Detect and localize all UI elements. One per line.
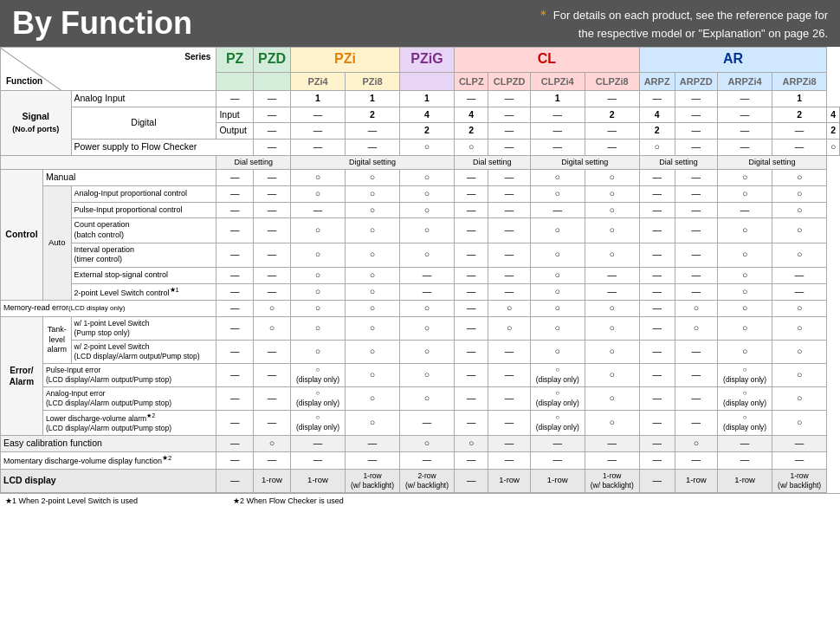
- manual-digital-setting: Digital setting: [290, 155, 454, 170]
- io-arpz: —: [639, 243, 675, 267]
- m-clpz: —: [455, 170, 488, 186]
- ps-pzi4: —: [346, 139, 400, 155]
- tank-level-label: Tank-levelalarm: [42, 316, 71, 363]
- do-arpz: —: [675, 123, 718, 140]
- ec-arpz: —: [639, 436, 675, 452]
- tank-2pt-label: w/ 2-point Level Switch(LCD display/Alar…: [71, 340, 216, 363]
- t1-arpz: —: [639, 316, 675, 340]
- io-clpzd: —: [488, 243, 530, 267]
- ec-arpzi8: —: [772, 436, 827, 452]
- pe-pz: —: [216, 364, 254, 387]
- tp-pzi8: ○: [346, 283, 400, 301]
- me-clpzi8: ○: [585, 301, 639, 317]
- ae-clpz: —: [455, 387, 488, 411]
- tp-pz: —: [216, 283, 254, 301]
- me-arpzd: ○: [675, 301, 718, 317]
- ld-clpz: —: [455, 411, 488, 436]
- ai-arpzi4: —: [718, 91, 772, 107]
- t2-pzig: ○: [400, 340, 455, 363]
- me-pzi4: ○: [290, 301, 345, 317]
- ap-clpzd: —: [488, 185, 530, 202]
- pulse-prop-label: Pulse-Input proportional control: [71, 202, 216, 218]
- ld-arpz: —: [639, 411, 675, 436]
- ae-pz: —: [216, 387, 254, 411]
- do-clpzi4: —: [585, 123, 639, 140]
- control-label: [1, 155, 216, 170]
- output-label: Output: [216, 123, 254, 140]
- lcd-clpzi8: 1-row(w/ backlight): [585, 469, 639, 492]
- auto-label: Auto: [42, 185, 71, 300]
- ld-pzi8: ○: [346, 411, 400, 436]
- do-clpzi8: 2: [639, 123, 675, 140]
- do-clpz: —: [488, 123, 530, 140]
- do-pz: —: [253, 123, 290, 140]
- signal-label: Signal(No.of ports): [1, 91, 72, 156]
- pe-clpz: —: [455, 364, 488, 387]
- series-row: Series Function PZ PZD PZi PZiG CL AR: [1, 48, 840, 73]
- input-label: Input: [216, 107, 254, 123]
- digital-label: Digital: [71, 107, 216, 139]
- ps-clpzi4: —: [585, 139, 639, 155]
- t2-clpzi8: ○: [585, 340, 639, 363]
- lcd-pzi4: 1-row: [290, 469, 345, 492]
- pulse-error-row: Pulse-Input error(LCD display/Alarm outp…: [1, 364, 840, 387]
- md-arpzi8: —: [772, 451, 827, 469]
- col-pzi8: PZi8: [346, 72, 400, 90]
- di-arpzi4: 2: [772, 107, 827, 123]
- power-supply-label: Power supply to Flow Checker: [71, 139, 253, 155]
- t2-pzi4: ○: [290, 340, 345, 363]
- pp-clpzd: —: [488, 202, 530, 218]
- ps-pzd: —: [290, 139, 345, 155]
- do-pzi4: —: [346, 123, 400, 140]
- lcd-clpzi4: 1-row: [530, 469, 585, 492]
- ae-arpz: —: [639, 387, 675, 411]
- pe-pzd: —: [253, 364, 290, 387]
- m-pz: —: [216, 170, 254, 186]
- tp-arpz: —: [639, 283, 675, 301]
- tank-1pt-label: w/ 1-point Level Switch(Pump stop only): [71, 316, 216, 340]
- pp-arpz: —: [639, 202, 675, 218]
- t1-pzig: ○: [400, 316, 455, 340]
- ap-arpz: —: [639, 185, 675, 202]
- lcd-arpzi4: 1-row: [718, 469, 772, 492]
- co-pz: —: [216, 218, 254, 243]
- tp-pzig: —: [400, 283, 455, 301]
- tp-arpzi8: —: [772, 283, 827, 301]
- ap-clpz: —: [455, 185, 488, 202]
- ai-pzig: 1: [400, 91, 455, 107]
- di-arpz: —: [675, 107, 718, 123]
- es-pz: —: [216, 267, 254, 283]
- di-clpzi8: 4: [639, 107, 675, 123]
- ae-pzi4: ○(display only): [290, 387, 345, 411]
- ai-arpzi8: 1: [772, 91, 827, 107]
- footnote-1: ★1 When 2-point Level Switch is used: [5, 496, 138, 505]
- do-arpzi8: 2: [827, 123, 840, 140]
- manual-header-row: Dial setting Digital setting Dial settin…: [1, 155, 840, 170]
- pp-arpzd: —: [675, 202, 718, 218]
- t1-clpzi4: ○: [530, 316, 585, 340]
- es-arpzi4: ○: [718, 267, 772, 283]
- t2-arpzi8: ○: [772, 340, 827, 363]
- pp-arpzi4: —: [718, 202, 772, 218]
- co-pzi4: ○: [290, 218, 345, 243]
- analog-prop-row: Auto Analog-Input proportional control —…: [1, 185, 840, 202]
- page-title: By Function: [12, 5, 192, 42]
- pp-clpz: —: [455, 202, 488, 218]
- di-arpzd: —: [718, 107, 772, 123]
- lcd-pzd: 1-row: [253, 469, 290, 492]
- t1-arpzd: ○: [675, 316, 718, 340]
- ap-arpzi8: ○: [772, 185, 827, 202]
- m-arpzd: —: [675, 170, 718, 186]
- ai-pzi4: 1: [290, 91, 345, 107]
- do-arpzd: —: [718, 123, 772, 140]
- es-pzi8: ○: [346, 267, 400, 283]
- lcd-arpzd: 1-row: [675, 469, 718, 492]
- md-clpzd: —: [488, 451, 530, 469]
- interval-op-label: Interval operation(timer control): [71, 243, 216, 267]
- ec-pzig: ○: [400, 436, 455, 452]
- io-clpz: —: [455, 243, 488, 267]
- t2-pzd: —: [253, 340, 290, 363]
- ai-arpz: —: [639, 91, 675, 107]
- digital-input-row: Digital Input — — 2 4 4 — — 2 4 — — 2 4: [1, 107, 840, 123]
- m-pzig: ○: [400, 170, 455, 186]
